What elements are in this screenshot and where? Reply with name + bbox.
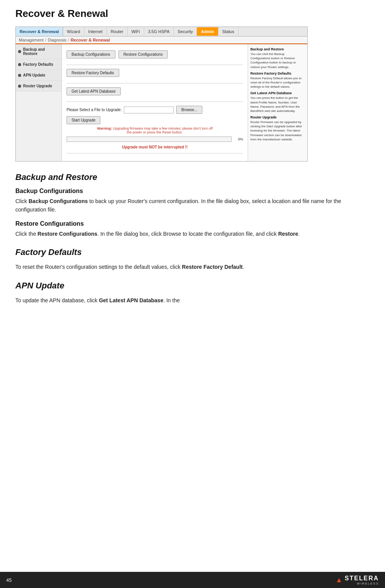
warning-line1: Warning: Upgrading firmware may take a f…	[97, 127, 212, 130]
doc-text-apn-update: To update the APN database, click Get La…	[15, 296, 370, 305]
page-title: Recover & Renewal	[15, 8, 370, 20]
sidebar-label-router-upgrade: Router Upgrade	[23, 84, 52, 88]
tab-internet[interactable]: Internet	[84, 27, 107, 36]
right-panel-title-2: Restore Factory Defaults	[250, 72, 305, 75]
file-input-box[interactable]	[124, 107, 174, 113]
backup-restore-section: Backup Configurations Restore Configurat…	[67, 50, 243, 65]
breadcrumb-management[interactable]: Management	[19, 38, 43, 42]
page-wrapper: Recover & Renewal Recover & Renewal Wiza…	[0, 0, 385, 334]
tab-wizard[interactable]: Wizard	[63, 27, 84, 36]
right-panel-text-4: Router Firmware can be upgraded by click…	[250, 120, 305, 142]
factory-defaults-section: Restore Factory Defaults	[67, 69, 243, 83]
breadcrumb-current: Recover & Renewal	[71, 38, 110, 42]
right-panel: Backup and Restore You can click the Bac…	[248, 44, 307, 161]
factory-btn-row: Restore Factory Defaults	[67, 69, 243, 77]
tab-hspa[interactable]: 3.5G HSPA	[144, 27, 174, 36]
sidebar-item-router-upgrade[interactable]: Router Upgrade	[16, 81, 62, 92]
right-panel-text-2: Restore Factory Default allows you to re…	[250, 76, 305, 89]
browse-button[interactable]: Browse...	[176, 106, 202, 114]
sub-nav: Management / Diagnosis / Recover & Renew…	[16, 37, 307, 44]
page-footer: 45 ▲ STELERA WIRELESS	[0, 572, 385, 588]
restore-configurations-button[interactable]: Restore Configurations	[118, 50, 168, 58]
backup-configurations-button[interactable]: Backup Configurations	[67, 50, 115, 58]
breadcrumb-sep-1: /	[45, 38, 46, 42]
start-upgrade-row: Start Upgrade	[67, 116, 243, 124]
restore-factory-defaults-button[interactable]: Restore Factory Defaults	[67, 69, 119, 77]
stelera-icon: ▲	[336, 576, 343, 584]
bullet-icon	[18, 74, 21, 77]
upgrade-must-not-interrupt: Upgrade must NOT be interrupted !!	[67, 145, 243, 149]
apn-update-section: Get Latest APN Database	[67, 87, 243, 102]
footer-logo-text-block: STELERA WIRELESS	[345, 575, 379, 585]
sidebar-item-backup-restore[interactable]: Backup and Restore	[16, 44, 62, 59]
progress-label: 0%	[234, 137, 243, 141]
sidebar-item-factory-defaults[interactable]: Factory Defaults	[16, 59, 62, 70]
router-upgrade-section: Please Select a File to Upgrade: Browse.…	[67, 106, 243, 153]
footer-logo: ▲ STELERA WIRELESS	[336, 575, 379, 585]
breadcrumb-sep-2: /	[68, 38, 69, 42]
right-panel-title-4: Router Upgrade	[250, 115, 305, 119]
doc-title-apn-update: APN Update	[15, 281, 370, 291]
right-panel-title-3: Get Latest APN Database	[250, 91, 305, 95]
bullet-icon	[18, 63, 21, 66]
tab-status[interactable]: Status	[218, 27, 238, 36]
doc-title-factory-defaults: Factory Defaults	[15, 247, 370, 257]
tab-security[interactable]: Security	[174, 27, 197, 36]
sidebar-item-apn-update[interactable]: APN Update	[16, 70, 62, 81]
tab-admin[interactable]: Admin	[197, 27, 218, 36]
footer-logo-sub: WIRELESS	[345, 582, 379, 585]
doc-subtitle-backup-configs: Backup Configurations	[15, 188, 370, 195]
right-panel-title-1: Backup and Restore	[250, 47, 305, 51]
backup-btn-row: Backup Configurations Restore Configurat…	[67, 50, 243, 58]
file-select-label: Please Select a File to Upgrade:	[67, 108, 122, 112]
footer-page-number: 45	[6, 577, 12, 583]
right-panel-text-1: You can click the Backup Configurations …	[250, 52, 305, 69]
doc-section-apn-update: APN Update To update the APN database, c…	[15, 281, 370, 305]
right-panel-text-3: You can press the button to get the late…	[250, 96, 305, 113]
warning-line2: the power or press the Reset button.	[127, 130, 183, 134]
doc-subtitle-restore-configs: Restore Configurations	[15, 220, 370, 227]
footer-logo-text: STELERA	[345, 575, 379, 581]
router-ui-screenshot: Recover & Renewal Wizard Internet Router…	[15, 27, 308, 162]
doc-section-factory-defaults: Factory Defaults To reset the Router's c…	[15, 247, 370, 271]
apn-btn-row: Get Latest APN Database	[67, 87, 243, 95]
doc-text-factory-defaults: To reset the Router's configuration sett…	[15, 263, 370, 271]
main-content: Backup and Restore Factory Defaults APN …	[16, 44, 307, 161]
doc-title-backup-restore: Backup and Restore	[15, 172, 370, 182]
bullet-icon	[18, 50, 21, 53]
start-upgrade-button[interactable]: Start Upgrade	[67, 116, 100, 124]
sidebar-label-backup: Backup and Restore	[23, 47, 59, 56]
doc-text-backup-configs: Click Backup Configurations to back up y…	[15, 197, 370, 214]
nav-bar: Recover & Renewal Wizard Internet Router…	[16, 27, 307, 37]
tab-wifi[interactable]: WiFi	[128, 27, 144, 36]
sidebar-label-apn: APN Update	[23, 73, 45, 77]
sidebar: Backup and Restore Factory Defaults APN …	[16, 44, 62, 161]
breadcrumb-diagnosis[interactable]: Diagnosis	[48, 38, 66, 42]
center-content: Backup Configurations Restore Configurat…	[62, 44, 248, 161]
doc-section-backup-restore: Backup and Restore Backup Configurations…	[15, 172, 370, 238]
progress-bar	[67, 137, 232, 142]
get-latest-apn-button[interactable]: Get Latest APN Database	[67, 87, 121, 95]
nav-brand: Recover & Renewal	[16, 27, 63, 36]
tab-router[interactable]: Router	[107, 27, 128, 36]
doc-text-restore-configs: Click the Restore Configurations. In the…	[15, 230, 370, 238]
bullet-icon	[18, 85, 21, 88]
file-input-row: Please Select a File to Upgrade: Browse.…	[67, 106, 243, 114]
sidebar-label-factory: Factory Defaults	[23, 62, 53, 67]
upgrade-warning-text: Warning: Upgrading firmware may take a f…	[67, 127, 243, 134]
progress-row: 0%	[67, 137, 243, 142]
